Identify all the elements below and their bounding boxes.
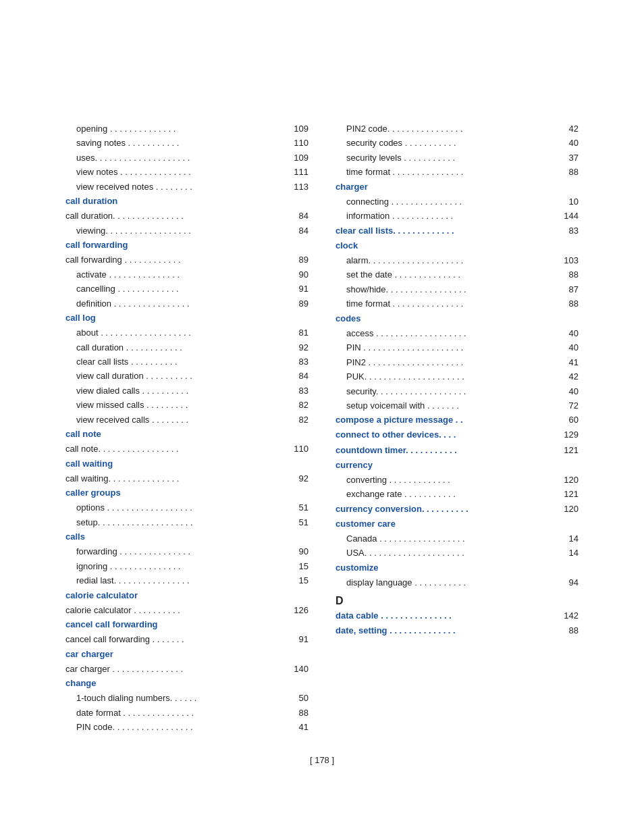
entry-page: 110: [294, 442, 308, 456]
list-item: connecting . . . . . . . . . . . . . . .…: [336, 194, 579, 209]
list-item: Canada . . . . . . . . . . . . . . . . .…: [336, 531, 579, 546]
entry-label: clear call lists . . . . . . . . . .: [76, 355, 178, 369]
entry-label: call waiting. . . . . . . . . . . . . . …: [65, 471, 179, 486]
list-item: date, setting . . . . . . . . . . . . . …: [336, 623, 579, 638]
header-label: calls: [65, 531, 85, 542]
list-item: setup. . . . . . . . . . . . . . . . . .…: [65, 515, 308, 529]
page: opening . . . . . . . . . . . . . . 109s…: [0, 0, 644, 834]
entry-page: 83: [299, 355, 308, 369]
entry-label: information . . . . . . . . . . . . .: [346, 209, 453, 223]
header-label: car charger: [65, 649, 113, 659]
list-item: date format . . . . . . . . . . . . . . …: [65, 706, 308, 720]
entry-page: 91: [299, 632, 308, 646]
entry-label: calorie calculator . . . . . . . . . .: [65, 603, 180, 617]
list-item: calls: [65, 529, 308, 544]
list-item: cancel call forwarding . . . . . . .91: [65, 632, 308, 646]
header-label: currency: [336, 460, 373, 470]
header-label: clock: [336, 240, 358, 251]
list-item: call duration . . . . . . . . . . . . 92: [65, 340, 308, 355]
entry-label: time format . . . . . . . . . . . . . . …: [346, 296, 463, 311]
list-item: change: [65, 676, 308, 691]
entry-page: 82: [299, 398, 308, 412]
list-item: opening . . . . . . . . . . . . . . 109: [65, 122, 308, 136]
list-item: PUK. . . . . . . . . . . . . . . . . . .…: [336, 369, 579, 384]
entry-page: 87: [569, 282, 579, 296]
entry-label: view missed calls . . . . . . . . .: [76, 398, 188, 412]
entry-page: 83: [299, 384, 308, 398]
list-item: car charger . . . . . . . . . . . . . . …: [65, 662, 308, 676]
list-item: USA. . . . . . . . . . . . . . . . . . .…: [336, 546, 579, 560]
list-item: time format . . . . . . . . . . . . . . …: [336, 296, 579, 311]
list-item: set the date . . . . . . . . . . . . . .…: [336, 267, 579, 282]
entry-label: view dialed calls . . . . . . . . . .: [76, 384, 188, 398]
header-dots-label: data cable . . . . . . . . . . . . . . .: [336, 608, 452, 623]
entry-label: PIN2 code. . . . . . . . . . . . . . . .: [346, 122, 463, 136]
list-item: uses. . . . . . . . . . . . . . . . . . …: [65, 151, 308, 165]
entry-page: 142: [564, 608, 579, 623]
entry-page: 51: [299, 515, 308, 529]
header-dots-label: compose a picture message . .: [336, 413, 463, 427]
entry-label: access . . . . . . . . . . . . . . . . .…: [346, 326, 466, 340]
entry-page: 88: [569, 165, 579, 179]
header-label: customer care: [336, 519, 396, 529]
list-item: car charger: [65, 647, 308, 662]
list-item: viewing. . . . . . . . . . . . . . . . .…: [65, 224, 308, 238]
entry-page: 90: [299, 544, 308, 558]
header-label: call note: [65, 429, 101, 439]
header-label: calorie calculator: [65, 590, 138, 600]
entry-page: 121: [564, 443, 579, 458]
entry-page: 88: [299, 706, 308, 720]
entry-page: 42: [569, 369, 579, 384]
list-item: security codes . . . . . . . . . . . 40: [336, 136, 579, 150]
list-item: call duration: [65, 194, 308, 209]
entry-page: 120: [564, 502, 579, 517]
entry-label: cancelling . . . . . . . . . . . . .: [76, 282, 179, 296]
entry-label: PIN . . . . . . . . . . . . . . . . . . …: [346, 340, 463, 355]
entry-page: 83: [569, 224, 579, 238]
header-label: codes: [336, 313, 361, 323]
entry-page: 41: [569, 355, 579, 369]
list-item: customize: [336, 561, 579, 575]
list-item: PIN2 code. . . . . . . . . . . . . . . .…: [336, 122, 579, 136]
list-item: ignoring . . . . . . . . . . . . . . . 1…: [65, 559, 308, 573]
list-item: options . . . . . . . . . . . . . . . . …: [65, 500, 308, 515]
entry-page: 89: [299, 296, 308, 311]
list-item: view notes . . . . . . . . . . . . . . .…: [65, 165, 308, 179]
header-label: call waiting: [65, 459, 113, 469]
entry-page: 120: [564, 473, 579, 487]
list-item: clear call lists. . . . . . . . . . . . …: [336, 224, 579, 238]
entry-page: 84: [299, 224, 308, 238]
list-item: codes: [336, 311, 579, 326]
entry-page: 144: [564, 209, 579, 223]
entry-page: 91: [299, 282, 308, 296]
section-letter: D: [336, 595, 579, 607]
list-item: about . . . . . . . . . . . . . . . . . …: [65, 325, 308, 340]
entry-label: uses. . . . . . . . . . . . . . . . . . …: [76, 151, 190, 165]
entry-page: 121: [564, 487, 579, 501]
entry-page: 140: [294, 662, 308, 676]
entry-page: 111: [294, 165, 308, 179]
list-item: compose a picture message . .60: [336, 413, 579, 427]
entry-page: 129: [564, 427, 579, 442]
entry-label: USA. . . . . . . . . . . . . . . . . . .…: [346, 546, 464, 560]
list-item: forwarding . . . . . . . . . . . . . . .…: [65, 544, 308, 558]
list-item: PIN2 . . . . . . . . . . . . . . . . . .…: [336, 355, 579, 369]
list-item: definition . . . . . . . . . . . . . . .…: [65, 296, 308, 311]
entry-label: PUK. . . . . . . . . . . . . . . . . . .…: [346, 369, 464, 384]
list-item: call log: [65, 311, 308, 325]
entry-label: view notes . . . . . . . . . . . . . . .: [76, 165, 191, 179]
list-item: 1-touch dialing numbers. . . . . .50: [65, 691, 308, 705]
entry-label: view call duration . . . . . . . . . .: [76, 369, 192, 383]
list-item: time format . . . . . . . . . . . . . . …: [336, 165, 579, 179]
entry-page: 40: [569, 136, 579, 150]
entry-label: alarm. . . . . . . . . . . . . . . . . .…: [346, 253, 463, 267]
entry-label: call forwarding . . . . . . . . . . . .: [65, 253, 181, 267]
header-label: charger: [336, 182, 368, 192]
entry-label: saving notes . . . . . . . . . . .: [76, 136, 179, 150]
entry-page: 40: [569, 340, 579, 355]
list-item: clear call lists . . . . . . . . . . 83: [65, 355, 308, 369]
entry-page: 92: [299, 471, 308, 486]
list-item: alarm. . . . . . . . . . . . . . . . . .…: [336, 253, 579, 267]
list-item: information . . . . . . . . . . . . . 14…: [336, 209, 579, 223]
entry-label: viewing. . . . . . . . . . . . . . . . .…: [76, 224, 191, 238]
